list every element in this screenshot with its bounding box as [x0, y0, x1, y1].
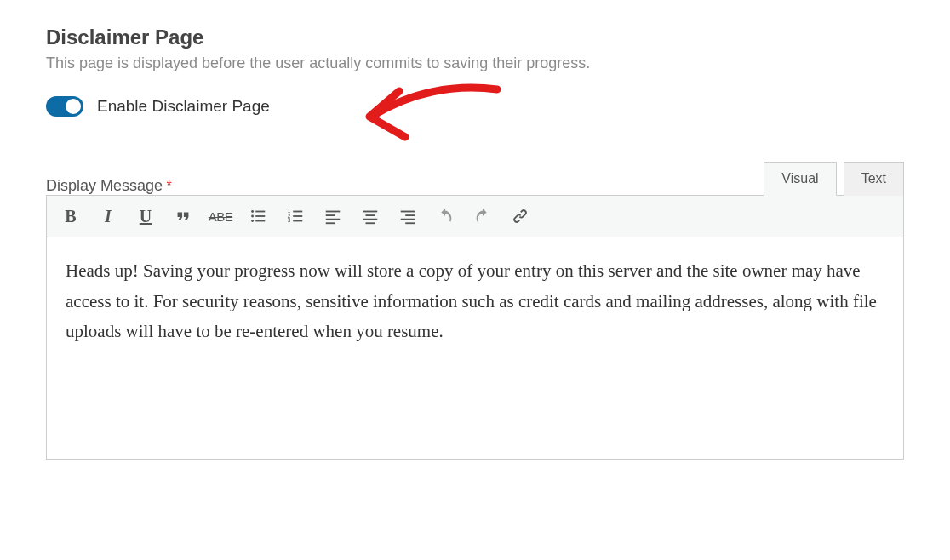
- svg-rect-16: [363, 211, 378, 213]
- italic-button[interactable]: I: [91, 201, 125, 231]
- svg-rect-23: [405, 222, 415, 224]
- align-left-button[interactable]: [316, 201, 350, 231]
- toggle-knob: [66, 99, 81, 114]
- undo-button[interactable]: [428, 201, 462, 231]
- blockquote-button[interactable]: [166, 201, 200, 231]
- svg-point-2: [251, 220, 254, 222]
- link-icon: [511, 207, 529, 226]
- align-center-icon: [361, 207, 380, 226]
- underline-button[interactable]: U: [129, 201, 163, 231]
- required-marker: *: [167, 179, 172, 193]
- bold-button[interactable]: B: [54, 201, 88, 231]
- enable-disclaimer-label: Enable Disclaimer Page: [97, 97, 270, 116]
- svg-rect-4: [255, 215, 265, 217]
- svg-rect-3: [255, 211, 265, 213]
- svg-rect-15: [326, 222, 335, 224]
- editor-tabs: Visual Text: [764, 161, 904, 195]
- align-right-icon: [398, 207, 417, 226]
- svg-rect-9: [293, 211, 302, 213]
- undo-icon: [436, 207, 455, 226]
- redo-button[interactable]: [466, 201, 500, 231]
- quote-icon: [174, 207, 192, 226]
- svg-rect-19: [366, 222, 375, 224]
- svg-rect-5: [255, 220, 265, 222]
- bulleted-list-button[interactable]: [241, 201, 275, 231]
- redo-icon: [473, 207, 492, 226]
- editor-toolbar: B I U ABE 123: [47, 196, 903, 237]
- section-description: This page is displayed before the user a…: [46, 54, 904, 72]
- svg-rect-11: [293, 220, 302, 222]
- display-message-label: Display Message: [46, 177, 163, 194]
- section-title: Disclaimer Page: [46, 26, 904, 49]
- strikethrough-button[interactable]: ABE: [203, 201, 238, 231]
- svg-point-0: [251, 210, 254, 213]
- svg-rect-18: [363, 219, 378, 220]
- tab-text[interactable]: Text: [844, 162, 904, 196]
- enable-disclaimer-toggle[interactable]: [46, 96, 83, 117]
- svg-rect-22: [401, 219, 415, 220]
- align-right-button[interactable]: [391, 201, 425, 231]
- svg-rect-20: [401, 211, 415, 213]
- svg-rect-10: [293, 215, 302, 217]
- annotation-arrow-icon: [352, 72, 523, 157]
- svg-rect-12: [326, 211, 341, 213]
- svg-text:3: 3: [288, 217, 291, 223]
- svg-rect-14: [326, 219, 341, 220]
- align-center-button[interactable]: [353, 201, 387, 231]
- editor-content[interactable]: Heads up! Saving your progress now will …: [47, 237, 903, 459]
- tab-visual[interactable]: Visual: [764, 162, 836, 196]
- list-ul-icon: [249, 207, 267, 226]
- numbered-list-button[interactable]: 123: [278, 201, 312, 231]
- svg-rect-13: [326, 214, 335, 216]
- svg-point-1: [251, 215, 254, 218]
- rich-text-editor: B I U ABE 123 Heads up! Saving: [46, 195, 904, 460]
- svg-rect-21: [405, 214, 415, 216]
- svg-rect-17: [366, 214, 375, 216]
- enable-disclaimer-row: Enable Disclaimer Page: [46, 96, 904, 117]
- list-ol-icon: 123: [286, 207, 305, 226]
- align-left-icon: [323, 207, 342, 226]
- link-button[interactable]: [503, 201, 537, 231]
